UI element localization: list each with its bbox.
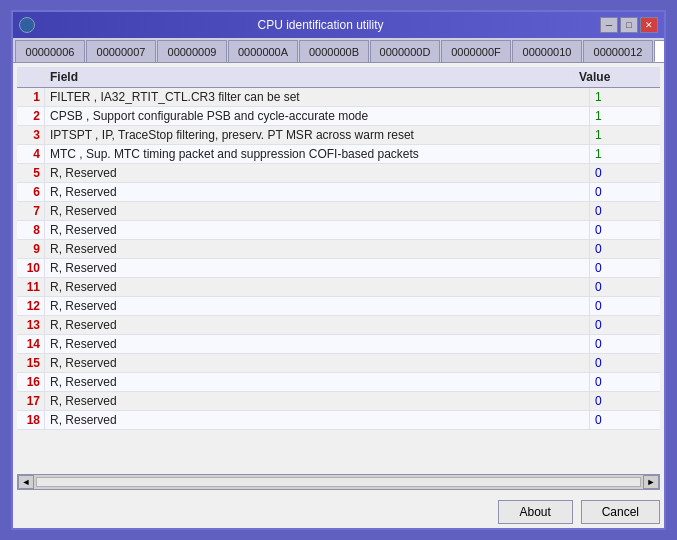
table-row: 8R, Reserved0 (17, 221, 660, 240)
tab-bar: 0000000600000007000000090000000A0000000B… (13, 38, 664, 63)
cell-value: 0 (590, 411, 660, 429)
table-wrapper: Field Value 1FILTER , IA32_RTIT_CTL.CR3 … (17, 67, 660, 472)
cell-num: 11 (17, 278, 45, 296)
cell-field: CPSB , Support configurable PSB and cycl… (45, 107, 590, 125)
table-container: Field Value 1FILTER , IA32_RTIT_CTL.CR3 … (17, 67, 660, 472)
cell-field: R, Reserved (45, 183, 590, 201)
maximize-button[interactable]: □ (620, 17, 638, 33)
cell-num: 8 (17, 221, 45, 239)
cell-value: 0 (590, 392, 660, 410)
tab-00000006[interactable]: 00000006 (15, 40, 85, 62)
table-row: 6R, Reserved0 (17, 183, 660, 202)
table-row: 5R, Reserved0 (17, 164, 660, 183)
table-row: 17R, Reserved0 (17, 392, 660, 411)
cell-field: IPTSPT , IP, TraceStop filtering, preser… (45, 126, 590, 144)
cell-value: 0 (590, 240, 660, 258)
cell-field: FILTER , IA32_RTIT_CTL.CR3 filter can be… (45, 88, 590, 106)
cell-field: R, Reserved (45, 164, 590, 182)
cell-field: R, Reserved (45, 221, 590, 239)
cell-num: 5 (17, 164, 45, 182)
table-row: 18R, Reserved0 (17, 411, 660, 430)
cell-num: 7 (17, 202, 45, 220)
cell-num: 9 (17, 240, 45, 258)
cell-field: R, Reserved (45, 259, 590, 277)
minimize-button[interactable]: ─ (600, 17, 618, 33)
cell-num: 18 (17, 411, 45, 429)
cell-value: 0 (590, 335, 660, 353)
table-row: 4MTC , Sup. MTC timing packet and suppre… (17, 145, 660, 164)
scrollbar-placeholder (644, 67, 660, 87)
col-num-header (17, 67, 45, 87)
content-area: Field Value 1FILTER , IA32_RTIT_CTL.CR3 … (13, 63, 664, 494)
cell-num: 1 (17, 88, 45, 106)
tab-0000000D[interactable]: 0000000D (370, 40, 440, 62)
table-scroll[interactable]: 1FILTER , IA32_RTIT_CTL.CR3 filter can b… (17, 88, 660, 472)
horizontal-scrollbar[interactable]: ◄ ► (17, 474, 660, 490)
table-row: 11R, Reserved0 (17, 278, 660, 297)
cell-value: 0 (590, 259, 660, 277)
cell-num: 12 (17, 297, 45, 315)
close-button[interactable]: ✕ (640, 17, 658, 33)
col-field-header: Field (45, 67, 574, 87)
cell-field: R, Reserved (45, 202, 590, 220)
table-row: 14R, Reserved0 (17, 335, 660, 354)
tab-00000014[interactable]: 00000014 (654, 40, 664, 62)
tab-0000000B[interactable]: 0000000B (299, 40, 369, 62)
table-header: Field Value (17, 67, 660, 88)
cell-field: R, Reserved (45, 278, 590, 296)
cell-value: 1 (590, 107, 660, 125)
hscroll-right-button[interactable]: ► (643, 475, 659, 489)
cell-field: R, Reserved (45, 240, 590, 258)
cell-value: 0 (590, 202, 660, 220)
table-row: 10R, Reserved0 (17, 259, 660, 278)
cell-value: 0 (590, 164, 660, 182)
table-row: 15R, Reserved0 (17, 354, 660, 373)
hscroll-track[interactable] (36, 477, 641, 487)
cell-num: 3 (17, 126, 45, 144)
title-bar: CPU identification utility ─ □ ✕ (13, 12, 664, 38)
app-icon (19, 17, 35, 33)
tab-00000012[interactable]: 00000012 (583, 40, 653, 62)
cell-field: R, Reserved (45, 297, 590, 315)
cell-num: 2 (17, 107, 45, 125)
cell-num: 4 (17, 145, 45, 163)
cell-value: 0 (590, 221, 660, 239)
tab-0000000F[interactable]: 0000000F (441, 40, 511, 62)
cell-num: 17 (17, 392, 45, 410)
cell-field: R, Reserved (45, 316, 590, 334)
table-row: 7R, Reserved0 (17, 202, 660, 221)
cell-value: 0 (590, 316, 660, 334)
cell-field: R, Reserved (45, 373, 590, 391)
cell-num: 14 (17, 335, 45, 353)
cell-num: 15 (17, 354, 45, 372)
tab-00000007[interactable]: 00000007 (86, 40, 156, 62)
cell-value: 0 (590, 297, 660, 315)
cell-field: R, Reserved (45, 354, 590, 372)
cancel-button[interactable]: Cancel (581, 500, 660, 524)
tab-00000010[interactable]: 00000010 (512, 40, 582, 62)
cell-field: R, Reserved (45, 335, 590, 353)
table-row: 1FILTER , IA32_RTIT_CTL.CR3 filter can b… (17, 88, 660, 107)
cell-field: R, Reserved (45, 411, 590, 429)
col-value-header: Value (574, 67, 644, 87)
main-window: CPU identification utility ─ □ ✕ 0000000… (11, 10, 666, 530)
tab-0000000A[interactable]: 0000000A (228, 40, 298, 62)
about-button[interactable]: About (498, 500, 573, 524)
cell-value: 0 (590, 278, 660, 296)
cell-value: 0 (590, 183, 660, 201)
cell-field: MTC , Sup. MTC timing packet and suppres… (45, 145, 590, 163)
cell-num: 13 (17, 316, 45, 334)
window-controls: ─ □ ✕ (600, 17, 658, 33)
table-row: 12R, Reserved0 (17, 297, 660, 316)
cell-value: 0 (590, 354, 660, 372)
table-row: 16R, Reserved0 (17, 373, 660, 392)
cell-num: 6 (17, 183, 45, 201)
cell-value: 1 (590, 88, 660, 106)
tab-00000009[interactable]: 00000009 (157, 40, 227, 62)
table-row: 13R, Reserved0 (17, 316, 660, 335)
window-title: CPU identification utility (41, 18, 600, 32)
cell-num: 16 (17, 373, 45, 391)
cell-num: 10 (17, 259, 45, 277)
table-row: 9R, Reserved0 (17, 240, 660, 259)
hscroll-left-button[interactable]: ◄ (18, 475, 34, 489)
